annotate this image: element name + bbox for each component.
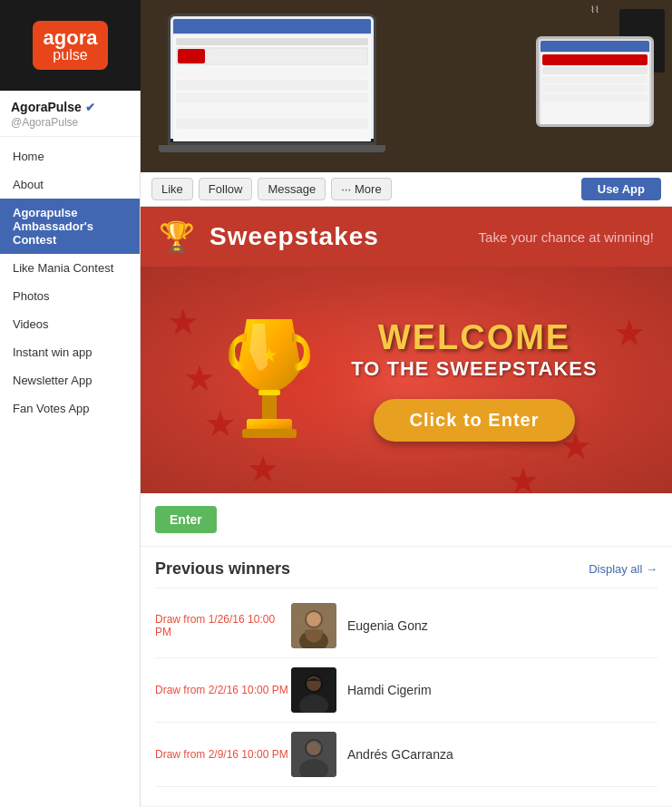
enter-section: Enter — [141, 493, 672, 547]
sidebar: agora pulse AgoraPulse ✔ @AgoraPulse Hom… — [0, 0, 141, 807]
winner-draw-date: Draw from 2/9/16 10:00 PM — [155, 748, 291, 761]
sidebar-item-instant-win[interactable]: Instant win app — [0, 338, 140, 366]
sidebar-item-about[interactable]: About — [0, 170, 140, 199]
winner-draw-date: Draw from 1/26/16 10:00 PM — [155, 613, 291, 638]
page-content: 🏆 Sweepstakes Take your chance at winnin… — [141, 207, 672, 805]
more-dots-icon: ··· — [341, 182, 351, 196]
trophy-small-icon: 🏆 — [159, 219, 195, 254]
trophy-container: ★ — [215, 306, 324, 454]
sweepstakes-tagline: Take your chance at winning! — [479, 229, 654, 245]
tablet-mockup — [536, 36, 654, 127]
winner-draw-date: Draw from 2/2/16 10:00 PM — [155, 684, 291, 696]
winner-name: Andrés GCarranza — [347, 747, 453, 762]
action-bar: Like Follow Message ··· More Use App — [141, 172, 672, 207]
profile-name: AgoraPulse ✔ — [11, 100, 129, 114]
profile-section: AgoraPulse ✔ @AgoraPulse — [0, 91, 140, 137]
winner-avatar — [291, 732, 336, 777]
arrow-right-icon: → — [646, 562, 657, 576]
sidebar-item-ambassador-contest[interactable]: Agorapulse Ambassador's Contest — [0, 199, 140, 254]
winner-avatar-image — [291, 732, 336, 777]
svg-text:★: ★ — [260, 344, 278, 366]
winner-avatar-image — [291, 603, 336, 648]
svg-rect-3 — [242, 429, 297, 438]
winners-section: Previous winners Display all → Draw from… — [141, 547, 672, 805]
profile-name-text: AgoraPulse — [11, 100, 82, 114]
sidebar-navigation: Home About Agorapulse Ambassador's Conte… — [0, 137, 140, 428]
sweepstakes-header-title: Sweepstakes — [209, 222, 379, 251]
cover-photo: ⌇⌇ — [141, 0, 672, 172]
follow-button[interactable]: Follow — [199, 178, 253, 200]
winner-name: Eugenia Gonz — [347, 618, 428, 633]
svg-rect-0 — [262, 392, 277, 419]
sweepstakes-banner: ★ ★ ★ ★ ★ ★ ★ — [141, 267, 672, 493]
logo-agora-text: agora — [44, 28, 98, 48]
winner-avatar — [291, 603, 336, 648]
sidebar-item-like-mania[interactable]: Like Mania Contest — [0, 254, 140, 282]
winner-avatar — [291, 667, 336, 713]
star-decoration: ★ — [507, 460, 540, 494]
enter-button[interactable]: Enter — [155, 506, 217, 533]
trophy-svg: ★ — [215, 306, 324, 451]
sidebar-item-home[interactable]: Home — [0, 142, 140, 170]
like-button[interactable]: Like — [151, 178, 193, 200]
more-button[interactable]: ··· More — [331, 178, 391, 200]
winners-header: Previous winners Display all → — [155, 547, 657, 588]
winners-title: Previous winners — [155, 559, 290, 579]
cover-image: ⌇⌇ — [141, 0, 672, 172]
sidebar-item-videos[interactable]: Videos — [0, 310, 140, 338]
winner-row: Draw from 2/2/16 10:00 PM Hamdi Cigerim — [155, 658, 657, 723]
logo-pulse-text: pulse — [44, 48, 98, 63]
winner-avatar-image — [291, 667, 336, 713]
logo-box: agora pulse — [33, 21, 109, 70]
winner-row: Draw from 2/9/16 10:00 PM Andrés GCarran… — [155, 723, 657, 787]
svg-rect-1 — [258, 390, 280, 395]
logo-area: agora pulse — [0, 0, 141, 91]
svg-point-8 — [307, 612, 321, 627]
main-content: ⌇⌇ Like Follow Message ··· More Use App … — [141, 0, 672, 807]
sweepstakes-sub-heading: TO THE SWEEPSTAKES — [351, 357, 597, 381]
verified-badge: ✔ — [85, 101, 95, 114]
profile-handle: @AgoraPulse — [11, 116, 129, 129]
winner-name: Hamdi Cigerim — [347, 683, 432, 697]
message-button[interactable]: Message — [258, 178, 326, 200]
banner-text: WELCOME TO THE SWEEPSTAKES Click to Ente… — [351, 318, 597, 442]
display-all-link[interactable]: Display all → — [589, 562, 657, 576]
laptop-mockup — [168, 14, 385, 152]
use-app-button[interactable]: Use App — [581, 178, 661, 200]
winner-row: Draw from 1/26/16 10:00 PM Eugenia Gonz — [155, 594, 657, 658]
sidebar-item-fan-votes[interactable]: Fan Votes App — [0, 394, 140, 423]
click-to-enter-button[interactable]: Click to Enter — [374, 399, 576, 442]
welcome-heading: WELCOME — [351, 318, 597, 357]
sidebar-item-newsletter[interactable]: Newsletter App — [0, 366, 140, 394]
banner-content: ★ WELCOME TO THE SWEEPSTAKES Click to En… — [159, 306, 654, 454]
sidebar-item-photos[interactable]: Photos — [0, 282, 140, 310]
sweepstakes-header: 🏆 Sweepstakes Take your chance at winnin… — [141, 207, 672, 267]
earphones-decoration: ⌇⌇ — [590, 5, 599, 15]
